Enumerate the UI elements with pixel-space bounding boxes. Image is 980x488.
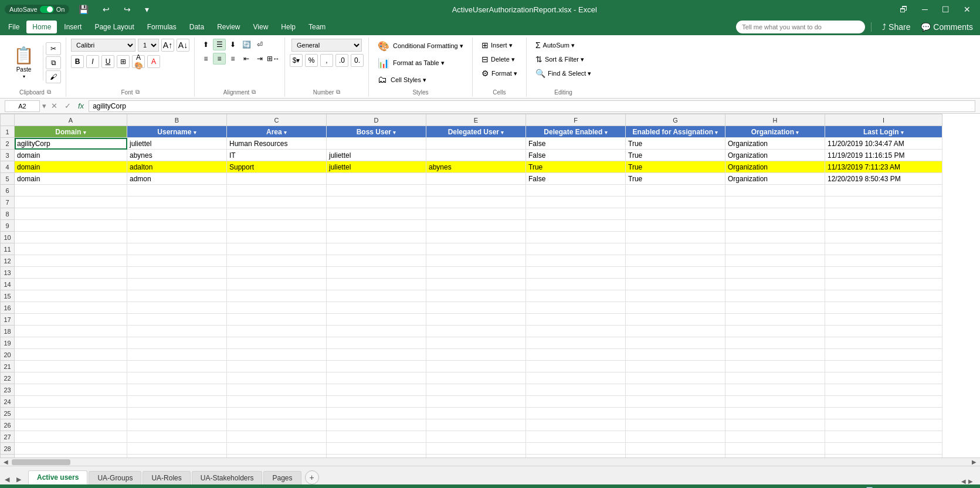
empty-cell[interactable] bbox=[725, 220, 825, 232]
empty-cell[interactable] bbox=[626, 196, 725, 208]
row-num-8[interactable]: 8 bbox=[1, 208, 15, 220]
empty-cell[interactable] bbox=[327, 455, 426, 458]
border-button[interactable]: ⊞ bbox=[117, 55, 130, 68]
empty-cell[interactable] bbox=[227, 290, 327, 302]
empty-cell[interactable] bbox=[327, 396, 426, 408]
empty-cell[interactable] bbox=[526, 408, 626, 419]
row-num-14[interactable]: 14 bbox=[1, 279, 15, 290]
cell-r5-c7[interactable]: Organization bbox=[725, 173, 825, 185]
empty-cell[interactable] bbox=[725, 185, 825, 196]
empty-cell[interactable] bbox=[725, 408, 825, 419]
menu-view[interactable]: View bbox=[247, 21, 274, 33]
empty-cell[interactable] bbox=[626, 290, 725, 302]
empty-cell[interactable] bbox=[127, 255, 227, 267]
empty-cell[interactable] bbox=[127, 220, 227, 232]
empty-cell[interactable] bbox=[626, 326, 725, 337]
empty-cell[interactable] bbox=[825, 384, 942, 396]
empty-cell[interactable] bbox=[15, 267, 127, 279]
empty-cell[interactable] bbox=[825, 443, 942, 455]
empty-cell[interactable] bbox=[526, 337, 626, 349]
empty-cell[interactable] bbox=[227, 232, 327, 243]
empty-cell[interactable] bbox=[725, 431, 825, 443]
row-num-4[interactable]: 4 bbox=[1, 161, 15, 173]
empty-cell[interactable] bbox=[227, 243, 327, 255]
empty-cell[interactable] bbox=[227, 196, 327, 208]
customize-qat-button[interactable]: ▾ bbox=[140, 4, 154, 15]
empty-cell[interactable] bbox=[327, 255, 426, 267]
cell-r3-c8[interactable]: 11/19/2019 11:16:15 PM bbox=[825, 150, 942, 161]
empty-cell[interactable] bbox=[526, 431, 626, 443]
empty-cell[interactable] bbox=[526, 326, 626, 337]
undo-button[interactable]: ↩ bbox=[98, 4, 114, 15]
row-num-22[interactable]: 22 bbox=[1, 372, 15, 384]
empty-cell[interactable] bbox=[825, 408, 942, 419]
empty-cell[interactable] bbox=[227, 396, 327, 408]
empty-cell[interactable] bbox=[426, 243, 526, 255]
empty-cell[interactable] bbox=[825, 396, 942, 408]
sheet-nav-right-icon[interactable]: ▶ bbox=[968, 478, 973, 484]
cell-r5-c4[interactable] bbox=[426, 173, 526, 185]
empty-cell[interactable] bbox=[15, 326, 127, 337]
empty-cell[interactable] bbox=[327, 372, 426, 384]
col-header-b[interactable]: B bbox=[127, 114, 227, 126]
scroll-left-btn[interactable]: ◀ bbox=[0, 459, 12, 465]
empty-cell[interactable] bbox=[626, 349, 725, 361]
empty-cell[interactable] bbox=[526, 232, 626, 243]
header-cell-7[interactable]: Organization ▾ bbox=[725, 126, 825, 138]
empty-cell[interactable] bbox=[825, 220, 942, 232]
increase-indent-button[interactable]: ⇥ bbox=[253, 53, 266, 65]
empty-cell[interactable] bbox=[127, 431, 227, 443]
empty-cell[interactable] bbox=[15, 408, 127, 419]
empty-cell[interactable] bbox=[327, 185, 426, 196]
menu-formulas[interactable]: Formulas bbox=[141, 21, 182, 33]
empty-cell[interactable] bbox=[327, 220, 426, 232]
header-cell-1[interactable]: Username ▾ bbox=[127, 126, 227, 138]
empty-cell[interactable] bbox=[127, 279, 227, 290]
autosave-toggle[interactable]: AutoSave On bbox=[5, 5, 69, 14]
menu-file[interactable]: File bbox=[2, 21, 25, 33]
empty-cell[interactable] bbox=[327, 419, 426, 431]
empty-cell[interactable] bbox=[725, 419, 825, 431]
row-num-26[interactable]: 26 bbox=[1, 419, 15, 431]
empty-cell[interactable] bbox=[227, 455, 327, 458]
restore-button[interactable]: 🗗 bbox=[895, 4, 913, 15]
empty-cell[interactable] bbox=[626, 443, 725, 455]
empty-cell[interactable] bbox=[526, 255, 626, 267]
empty-cell[interactable] bbox=[825, 255, 942, 267]
row-num-29[interactable]: 29 bbox=[1, 455, 15, 458]
empty-cell[interactable] bbox=[327, 349, 426, 361]
col-header-a[interactable]: A bbox=[15, 114, 127, 126]
row-num-6[interactable]: 6 bbox=[1, 185, 15, 196]
empty-cell[interactable] bbox=[725, 196, 825, 208]
cell-r3-c5[interactable]: False bbox=[526, 150, 626, 161]
row-num-10[interactable]: 10 bbox=[1, 232, 15, 243]
empty-cell[interactable] bbox=[127, 326, 227, 337]
menu-page-layout[interactable]: Page Layout bbox=[89, 21, 140, 33]
empty-cell[interactable] bbox=[626, 279, 725, 290]
empty-cell[interactable] bbox=[15, 419, 127, 431]
confirm-formula-icon[interactable]: ✓ bbox=[62, 101, 73, 110]
empty-cell[interactable] bbox=[127, 408, 227, 419]
header-cell-8[interactable]: Last Login ▾ bbox=[825, 126, 942, 138]
font-name-select[interactable]: Calibri bbox=[71, 39, 135, 52]
cell-r5-c2[interactable] bbox=[227, 173, 327, 185]
empty-cell[interactable] bbox=[626, 314, 725, 326]
empty-cell[interactable] bbox=[227, 255, 327, 267]
cell-r2-c0[interactable]: agilityCorp bbox=[15, 138, 127, 150]
menu-data[interactable]: Data bbox=[184, 21, 210, 33]
empty-cell[interactable] bbox=[15, 455, 127, 458]
empty-cell[interactable] bbox=[626, 361, 725, 372]
empty-cell[interactable] bbox=[127, 232, 227, 243]
empty-cell[interactable] bbox=[626, 384, 725, 396]
row-num-28[interactable]: 28 bbox=[1, 443, 15, 455]
empty-cell[interactable] bbox=[426, 326, 526, 337]
cell-r3-c2[interactable]: IT bbox=[227, 150, 327, 161]
insert-cells-button[interactable]: ⊞ Insert ▾ bbox=[477, 39, 517, 52]
empty-cell[interactable] bbox=[526, 396, 626, 408]
col-header-e[interactable]: E bbox=[426, 114, 526, 126]
empty-cell[interactable] bbox=[426, 431, 526, 443]
menu-team[interactable]: Team bbox=[303, 21, 331, 33]
empty-cell[interactable] bbox=[15, 220, 127, 232]
empty-cell[interactable] bbox=[725, 455, 825, 458]
increase-font-button[interactable]: A↑ bbox=[161, 39, 174, 52]
